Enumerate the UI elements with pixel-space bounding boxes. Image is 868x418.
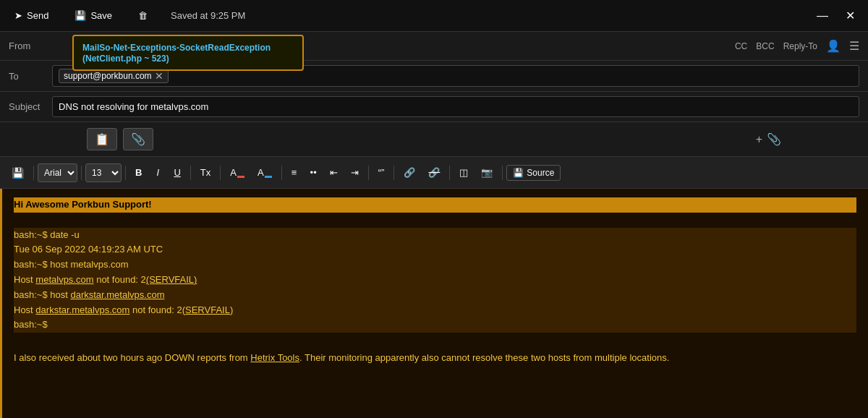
subject-row: Subject	[0, 92, 868, 122]
darkstar-metalvps-link: darkstar.metalvps.com	[35, 304, 129, 315]
servfail2-link: (SERVFAIL)	[182, 304, 234, 315]
body-line-6: Host metalvps.com not found: 2(SERVFAIL)	[14, 273, 856, 288]
bg-color-button[interactable]: A	[252, 164, 278, 181]
divider-7	[368, 166, 369, 180]
divider-6	[281, 166, 282, 180]
metalvps-link: metalvps.com	[35, 274, 93, 285]
darkstar-link: darkstar.metalvps.com	[70, 289, 164, 300]
body-line-11: I also received about two hours ago DOWN…	[14, 351, 856, 366]
link-button[interactable]: 🔗	[398, 164, 421, 181]
send-icon: ➤	[14, 10, 22, 21]
unordered-list-button[interactable]: ••	[305, 164, 323, 181]
body-line-10	[14, 333, 856, 348]
save-label: Save	[90, 10, 112, 21]
email-body[interactable]: Hi Awesome Porkbun Support! bash:~$ date…	[0, 189, 868, 418]
recipient-email: support@porkbun.com	[64, 71, 152, 81]
font-color-button[interactable]: A	[224, 164, 250, 181]
servfail-link: (SERVFAIL)	[146, 274, 197, 285]
font-family-select[interactable]: Arial	[38, 163, 77, 182]
to-label: To	[9, 71, 52, 82]
recipient-tag: support@porkbun.com ✕	[59, 69, 169, 83]
template-button[interactable]: 📋	[87, 128, 117, 150]
cc-button[interactable]: CC	[735, 41, 747, 51]
body-line-5: bash:~$ host metalvps.com	[14, 257, 856, 273]
underline-button[interactable]: U	[168, 164, 186, 181]
italic-button[interactable]: I	[149, 164, 166, 181]
ordered-list-button[interactable]: ≡	[286, 164, 303, 181]
from-tooltip-text: MailSo-Net-Exceptions-SocketReadExceptio…	[82, 43, 271, 64]
body-line-8: Host darkstar.metalvps.com not found: 2(…	[14, 303, 856, 318]
quote-button[interactable]: “”	[373, 164, 391, 181]
source-icon: 💾	[513, 168, 524, 178]
subject-input[interactable]	[52, 96, 859, 117]
divider-1	[33, 166, 34, 180]
subject-content	[52, 96, 859, 117]
add-icon: +	[756, 133, 762, 146]
bold-button[interactable]: B	[129, 164, 148, 181]
divider-2	[81, 166, 82, 180]
source-label: Source	[527, 168, 554, 178]
send-button[interactable]: ➤ Send	[9, 7, 54, 24]
reply-to-button[interactable]: Reply-To	[783, 41, 817, 51]
divider-3	[125, 166, 126, 180]
minimize-button[interactable]: —	[812, 8, 833, 24]
indent-button[interactable]: ⇥	[345, 164, 365, 181]
body-line-4: Tue 06 Sep 2022 04:19:23 AM UTC	[14, 242, 856, 257]
title-bar: ➤ Send 💾 Save 🗑 Saved at 9:25 PM — ✕	[0, 0, 868, 32]
delete-button[interactable]: 🗑	[132, 7, 153, 24]
save-button[interactable]: 💾 Save	[69, 7, 118, 24]
window-controls: — ✕	[812, 7, 859, 24]
editor-toolbar: 💾 Arial 13 B I U Tx A A ≡ •• ⇤ ⇥ “” 🔗 🔗 …	[0, 157, 868, 189]
contacts-icon[interactable]: 👤	[826, 39, 841, 53]
body-line-3: bash:~$ date -u	[14, 228, 856, 243]
from-tooltip: MailSo-Net-Exceptions-SocketReadExceptio…	[72, 35, 304, 71]
attach-file-button[interactable]: 📎	[123, 128, 153, 150]
source-button[interactable]: 💾 Source	[506, 165, 561, 181]
subject-label: Subject	[9, 101, 52, 112]
bcc-button[interactable]: BCC	[756, 41, 774, 51]
divider-5	[220, 166, 221, 180]
from-label: From	[9, 40, 52, 51]
email-form: From MailSo-Net-Exceptions-SocketReadExc…	[0, 32, 868, 157]
attach-right: + 📎	[756, 132, 781, 146]
divider-8	[393, 166, 394, 180]
font-size-select[interactable]: 13	[85, 163, 122, 182]
divider-10	[502, 166, 503, 180]
attach-toolbar: 📋 📎 + 📎	[0, 122, 868, 157]
source-toggle-button[interactable]: 💾	[6, 164, 30, 182]
more-options-icon[interactable]: ☰	[849, 39, 859, 53]
body-line-7: bash:~$ host darkstar.metalvps.com	[14, 288, 856, 303]
attach-link-icon[interactable]: 📎	[767, 132, 781, 146]
unlink-button[interactable]: 🔗	[422, 164, 446, 181]
from-row: From MailSo-Net-Exceptions-SocketReadExc…	[0, 32, 868, 61]
saved-status: Saved at 9:25 PM	[171, 10, 245, 21]
image-button[interactable]: 📷	[475, 164, 498, 181]
outdent-button[interactable]: ⇤	[324, 164, 344, 181]
body-line-9: bash:~$	[14, 317, 856, 333]
from-actions: CC BCC Reply-To 👤 ☰	[735, 39, 859, 53]
divider-9	[449, 166, 450, 180]
body-line-2	[14, 213, 856, 228]
send-label: Send	[27, 10, 48, 21]
table-button[interactable]: ◫	[454, 164, 474, 181]
divider-4	[190, 166, 191, 180]
body-line-1: Hi Awesome Porkbun Support!	[14, 197, 856, 213]
clear-format-button[interactable]: Tx	[195, 164, 216, 181]
remove-recipient-button[interactable]: ✕	[155, 71, 163, 81]
trash-icon: 🗑	[138, 10, 148, 21]
save-icon: 💾	[75, 10, 86, 21]
close-button[interactable]: ✕	[841, 7, 859, 24]
hetrix-tools-link: Hetrix Tools	[250, 352, 299, 363]
